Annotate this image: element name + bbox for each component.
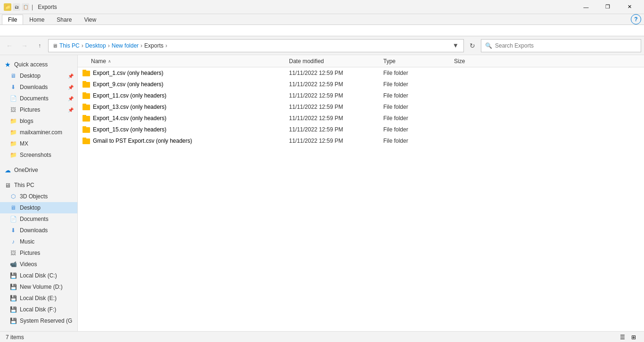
sidebar-item-downloads-qa[interactable]: ⬇ Downloads 📌	[0, 81, 77, 93]
sidebar-item-locale[interactable]: 💾 Local Disk (E:)	[0, 293, 77, 304]
address-dropdown-button[interactable]: ▼	[452, 42, 460, 49]
desktop-qa-label: Desktop	[20, 73, 41, 79]
file-name: Export_14.csv (only headers)	[93, 115, 166, 122]
sidebar-item-pictures[interactable]: 🖼 Pictures	[0, 247, 77, 259]
sidebar-item-3dobjects[interactable]: ⬡ 3D Objects	[0, 191, 77, 202]
thispc-section: 🖥 This PC ⬡ 3D Objects 🖥 Desktop 📄 Docum…	[0, 178, 77, 328]
sidebar-item-volumed[interactable]: 💾 New Volume (D:)	[0, 281, 77, 293]
tab-view[interactable]: View	[78, 15, 102, 24]
close-button[interactable]: ✕	[619, 0, 640, 14]
folder-icon	[83, 92, 90, 99]
sidebar-item-documents[interactable]: 📄 Documents	[0, 213, 77, 225]
search-input[interactable]	[495, 42, 637, 49]
quick-access-toolbar-icon2[interactable]: 📋	[22, 3, 29, 11]
pin-icon-desktop: 📌	[68, 73, 74, 79]
folder-icon	[83, 115, 90, 122]
status-bar: 7 items ☰ ⊞	[0, 331, 644, 342]
quick-access-toolbar-icon1[interactable]: 🗂	[13, 3, 20, 11]
sidebar-item-thispc[interactable]: 🖥 This PC	[0, 179, 77, 191]
back-button[interactable]: ←	[3, 39, 16, 52]
help-button[interactable]: ?	[631, 14, 641, 24]
network-section: 🌐 Network	[0, 328, 77, 331]
table-row[interactable]: Export_11.csv (only headers) 11/11/2022 …	[78, 90, 644, 101]
tab-share[interactable]: Share	[50, 15, 78, 24]
file-date: 11/11/2022 12:59 PM	[285, 92, 380, 99]
mailxaminer-icon: 📁	[9, 129, 17, 136]
thispc-icon: 🖥	[4, 181, 11, 189]
details-view-button[interactable]: ☰	[618, 333, 627, 342]
large-icons-button[interactable]: ⊞	[629, 333, 638, 342]
breadcrumb-sep1: ›	[82, 42, 83, 49]
videos-icon: 📹	[9, 261, 17, 268]
table-row[interactable]: Gmail to PST Export.csv (only headers) 1…	[78, 135, 644, 147]
sidebar: ★ Quick access 🖥 Desktop 📌 ⬇ Downloads 📌…	[0, 55, 78, 331]
sidebar-item-mx[interactable]: 📁 MX	[0, 138, 77, 149]
col-header-type[interactable]: Type	[380, 58, 450, 65]
forward-button[interactable]: →	[18, 39, 31, 52]
breadcrumb-desktop[interactable]: Desktop	[85, 42, 106, 49]
sysreserved-icon: 💾	[9, 317, 17, 325]
breadcrumb-thispc[interactable]: This PC	[59, 42, 80, 49]
sidebar-item-mailxaminer[interactable]: 📁 mailxaminer.com	[0, 127, 77, 138]
table-row[interactable]: Export_14.csv (only headers) 11/11/2022 …	[78, 113, 644, 124]
minimize-button[interactable]: —	[575, 0, 597, 14]
breadcrumb-exports[interactable]: Exports	[144, 42, 164, 49]
window-controls: — ❐ ✕	[575, 0, 640, 14]
breadcrumb-newfolder[interactable]: New folder	[112, 42, 139, 49]
sidebar-item-localf[interactable]: 💾 Local Disk (F:)	[0, 304, 77, 315]
pictures-icon: 🖼	[9, 249, 17, 257]
file-type: File folder	[380, 70, 450, 76]
quick-access-section: ★ Quick access 🖥 Desktop 📌 ⬇ Downloads 📌…	[0, 57, 77, 163]
file-date: 11/11/2022 12:59 PM	[285, 81, 380, 88]
file-type: File folder	[380, 81, 450, 88]
sidebar-item-onedrive[interactable]: ☁ OneDrive	[0, 164, 77, 176]
file-name-cell: Export_13.csv (only headers)	[78, 104, 285, 110]
sidebar-item-quick-access[interactable]: ★ Quick access	[0, 59, 77, 70]
sidebar-item-videos[interactable]: 📹 Videos	[0, 259, 77, 270]
screenshots-label: Screenshots	[20, 152, 51, 158]
table-row[interactable]: Export_1.csv (only headers) 11/11/2022 1…	[78, 67, 644, 79]
sidebar-item-screenshots[interactable]: 📁 Screenshots	[0, 149, 77, 161]
table-row[interactable]: Export_13.csv (only headers) 11/11/2022 …	[78, 101, 644, 113]
table-row[interactable]: Export_15.csv (only headers) 11/11/2022 …	[78, 124, 644, 135]
music-icon: ♪	[9, 238, 17, 245]
ribbon: File Home Share View ?	[0, 14, 644, 25]
sidebar-item-desktop[interactable]: 🖥 Desktop	[0, 202, 77, 213]
table-row[interactable]: Export_9.csv (only headers) 11/11/2022 1…	[78, 79, 644, 90]
folder-icon	[83, 70, 90, 76]
folder-icon	[83, 138, 90, 144]
sidebar-item-blogs[interactable]: 📁 blogs	[0, 115, 77, 127]
col-header-name[interactable]: Name ∧	[78, 58, 285, 65]
sidebar-item-network[interactable]: 🌐 Network	[0, 330, 77, 331]
maximize-button[interactable]: ❐	[597, 0, 619, 14]
quick-access-icon: ★	[4, 61, 11, 68]
search-icon: 🔍	[485, 42, 492, 49]
pin-icon-downloads: 📌	[68, 85, 74, 90]
file-date: 11/11/2022 12:59 PM	[285, 126, 380, 133]
file-list: Export_1.csv (only headers) 11/11/2022 1…	[78, 67, 644, 147]
address-bar[interactable]: 🖥 This PC › Desktop › New folder › Expor…	[48, 39, 464, 52]
sidebar-item-music[interactable]: ♪ Music	[0, 236, 77, 247]
sidebar-item-sysreserved[interactable]: 💾 System Reserved (G	[0, 315, 77, 326]
mx-icon: 📁	[9, 140, 17, 147]
sidebar-item-documents-qa[interactable]: 📄 Documents 📌	[0, 93, 77, 104]
up-button[interactable]: ↑	[33, 39, 46, 52]
sidebar-item-downloads[interactable]: ⬇ Downloads	[0, 225, 77, 236]
title-bar-left: 📁 🗂 📋 | Exports	[4, 3, 57, 11]
col-header-size[interactable]: Size	[450, 58, 507, 65]
pictures-qa-label: Pictures	[20, 106, 40, 113]
sort-indicator: ∧	[108, 59, 111, 64]
col-header-date[interactable]: Date modified	[285, 58, 380, 65]
tab-file[interactable]: File	[2, 15, 23, 24]
sidebar-item-desktop-qa[interactable]: 🖥 Desktop 📌	[0, 70, 77, 81]
file-type: File folder	[380, 92, 450, 99]
sidebar-item-localc[interactable]: 💾 Local Disk (C:)	[0, 270, 77, 281]
window-title: Exports	[38, 4, 57, 10]
desktop-label: Desktop	[20, 204, 41, 211]
folder-icon	[83, 104, 90, 110]
file-name-cell: Gmail to PST Export.csv (only headers)	[78, 138, 285, 144]
onedrive-icon: ☁	[4, 166, 11, 174]
tab-home[interactable]: Home	[23, 15, 50, 24]
sidebar-item-pictures-qa[interactable]: 🖼 Pictures 📌	[0, 104, 77, 115]
refresh-button[interactable]: ↻	[466, 39, 479, 52]
